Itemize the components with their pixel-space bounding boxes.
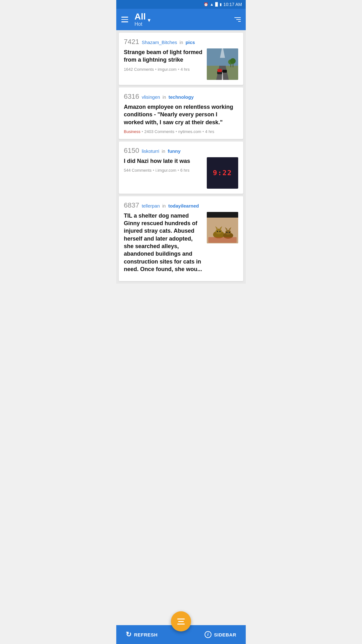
feed-title-main: All (134, 12, 146, 22)
card-score: 6150 (124, 147, 139, 155)
alarm-icon: ⏰ (204, 2, 208, 7)
card-subreddit[interactable]: pics (185, 40, 195, 45)
dot: • (178, 168, 179, 173)
card-author[interactable]: liskoturri (142, 148, 159, 154)
road-image (207, 48, 238, 80)
feed-selector[interactable]: All Hot ▾ (134, 12, 151, 27)
svg-point-24 (226, 232, 228, 233)
clock-image: 9:22 (207, 157, 238, 189)
card-meta: 1642 Comments • imgur.com • 4 hrs (124, 67, 204, 72)
feed-card-3[interactable]: 6150 liskoturri in funny I did Nazi how … (119, 142, 243, 194)
toolbar-title: All Hot (134, 12, 146, 27)
card-body: TIL a shelter dog named Ginny rescued hu… (124, 212, 238, 276)
filter-button[interactable] (234, 17, 241, 22)
card-score: 6316 (124, 92, 139, 101)
card-in: in (162, 149, 165, 154)
card-time: 4 hrs (205, 129, 214, 134)
card-text: I did Nazi how late it was 544 Comments … (124, 157, 204, 173)
svg-rect-12 (207, 212, 238, 218)
card-subreddit[interactable]: technology (168, 94, 194, 100)
clock-time-display: 9:22 (213, 169, 232, 177)
card-time: 6 hrs (180, 168, 189, 173)
svg-point-25 (229, 232, 230, 233)
card-source: nytimes.com (178, 129, 201, 134)
card-score: 6837 (124, 201, 139, 209)
dot: • (142, 129, 143, 134)
card-title: Amazon employee on relentless working co… (124, 103, 238, 126)
card-header: 6150 liskoturri in funny (124, 147, 238, 155)
signal-icon: ▉ (215, 2, 218, 7)
battery-icon: ▮ (220, 2, 222, 7)
svg-rect-7 (222, 70, 227, 73)
card-meta: Business • 2403 Comments • nytimes.com •… (124, 129, 238, 134)
card-meta: 544 Comments • i.imgur.com • 6 hrs (124, 168, 204, 173)
card-comments: 2403 Comments (144, 129, 174, 134)
feed-card-2[interactable]: 6316 vlisingen in technology Amazon empl… (119, 87, 243, 139)
card-text: Amazon employee on relentless working co… (124, 103, 238, 134)
svg-point-18 (217, 231, 218, 232)
dot: • (155, 67, 156, 72)
hamburger-menu-button[interactable] (121, 17, 128, 22)
svg-point-21 (225, 230, 231, 235)
card-time: 4 hrs (180, 67, 189, 72)
feed-card-4[interactable]: 6837 tellerpan in todayilearned TIL a sh… (119, 196, 243, 281)
dot: • (202, 129, 204, 134)
card-header: 6837 tellerpan in todayilearned (124, 201, 238, 209)
card-source: i.imgur.com (156, 168, 176, 173)
feed-list: 7421 Shazam_Bitches in pics Strange beam… (116, 30, 246, 284)
card-source: imgur.com (158, 67, 177, 72)
card-in: in (162, 95, 166, 100)
card-header: 6316 vlisingen in technology (124, 92, 238, 101)
card-body: Strange beam of light formed from a ligh… (124, 48, 238, 80)
wifi-icon: ▲ (210, 2, 214, 7)
card-subreddit[interactable]: todayilearned (168, 203, 199, 208)
card-body: I did Nazi how late it was 544 Comments … (124, 157, 238, 189)
status-bar: ⏰ ▲ ▉ ▮ 10:17 AM (116, 0, 246, 9)
card-author[interactable]: tellerpan (142, 203, 160, 208)
svg-point-11 (230, 58, 236, 64)
card-title: I did Nazi how late it was (124, 157, 204, 165)
card-author[interactable]: vlisingen (142, 94, 160, 100)
card-subreddit[interactable]: funny (168, 148, 181, 154)
card-body: Amazon employee on relentless working co… (124, 103, 238, 134)
chevron-down-icon: ▾ (148, 17, 151, 24)
card-text: TIL a shelter dog named Ginny rescued hu… (124, 212, 204, 276)
toolbar: All Hot ▾ (116, 9, 246, 30)
feed-title-sub: Hot (134, 21, 146, 27)
svg-rect-26 (208, 237, 237, 243)
feed-container: 7421 Shazam_Bitches in pics Strange beam… (116, 30, 246, 306)
dot: • (176, 129, 177, 134)
svg-rect-6 (217, 69, 222, 72)
feed-card-1[interactable]: 7421 Shazam_Bitches in pics Strange beam… (119, 33, 243, 85)
dot: • (178, 67, 179, 72)
card-thumbnail (207, 48, 238, 80)
card-score: 7421 (124, 38, 139, 46)
svg-point-15 (216, 229, 222, 234)
status-time: 10:17 AM (223, 2, 242, 7)
status-icons: ⏰ ▲ ▉ ▮ 10:17 AM (204, 2, 242, 7)
card-title: Strange beam of light formed from a ligh… (124, 48, 204, 64)
card-author[interactable]: Shazam_Bitches (142, 40, 177, 45)
cats-image (207, 212, 238, 243)
card-tag: Business (124, 129, 140, 134)
card-in: in (180, 40, 183, 45)
svg-point-19 (219, 231, 221, 232)
card-header: 7421 Shazam_Bitches in pics (124, 38, 238, 46)
dot: • (153, 168, 154, 173)
card-comments: 544 Comments (124, 168, 151, 173)
card-comments: 1642 Comments (124, 67, 154, 72)
card-text: Strange beam of light formed from a ligh… (124, 48, 204, 72)
card-thumbnail: 9:22 (207, 157, 238, 189)
card-title: TIL a shelter dog named Ginny rescued hu… (124, 212, 204, 273)
card-in: in (162, 203, 166, 208)
card-thumbnail (207, 212, 238, 243)
